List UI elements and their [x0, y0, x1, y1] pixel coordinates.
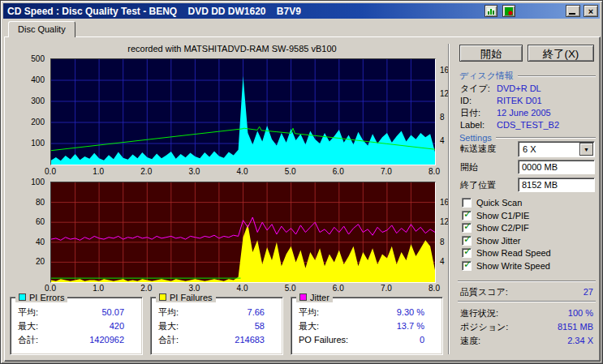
axis-tick-label: 500 — [31, 54, 45, 64]
pi-failures-stats-box: PI Failures 平均:7.66 最大:58 合計:214683 — [150, 297, 283, 355]
separator — [458, 301, 596, 302]
axis-tick-label: 8 — [440, 238, 445, 247]
jitter-stats-box: Jitter 平均:9.30 % 最大:13.7 % PO Failures:0 — [291, 297, 443, 355]
start-position-field[interactable] — [518, 160, 595, 174]
stat-label: 合計: — [18, 334, 38, 348]
speed-label: 転送速度 — [460, 143, 496, 154]
axis-tick-label: 1.0 — [93, 284, 104, 293]
sidebar: 開始 終了(X) ディスク情報 タイプ: DVD+R DL ID: RITEK … — [453, 37, 600, 361]
end-position-field[interactable] — [518, 178, 595, 192]
pi-errors-chart — [50, 58, 436, 165]
main-panel: recorded with MATSHITADVD-RAM SW-9585 vB… — [4, 36, 601, 362]
disc-icon-button[interactable] — [502, 5, 515, 17]
stat-label: 平均: — [158, 306, 179, 320]
bottom-chart-x-axis: 0.01.02.03.04.05.06.07.08.0 — [50, 284, 434, 294]
axis-tick-label: 4.0 — [237, 284, 248, 293]
stat-label: 最大: — [18, 320, 38, 334]
axis-tick-label: 400 — [31, 75, 45, 85]
exit-button[interactable]: 終了(X) — [528, 45, 594, 62]
checkbox-quick-scan[interactable]: ✓ Quick Scan — [462, 197, 522, 208]
header-rule — [496, 137, 596, 139]
progress-value: 100 % — [568, 308, 593, 319]
position-value: 8151 MB — [558, 322, 593, 332]
disc-date-row: 日付: 12 June 2005 — [460, 108, 596, 119]
axis-tick-label: 80 — [36, 198, 45, 208]
axis-tick-label: 7.0 — [381, 284, 392, 293]
stat-value: 0 — [420, 334, 424, 348]
minimize-button[interactable] — [566, 5, 580, 17]
stat-value: 50.07 — [101, 306, 124, 320]
recorded-with-label: recorded with MATSHITADVD-RAM SW-9585 vB… — [29, 44, 435, 54]
close-button[interactable]: × — [584, 5, 598, 17]
axis-tick-label: 20 — [36, 257, 45, 267]
top-chart-right-axis: 161284 — [437, 58, 454, 164]
axis-tick-label: 1.0 — [93, 167, 104, 176]
axis-tick-label: 40 — [36, 238, 45, 247]
chevron-down-icon[interactable]: ▼ — [579, 143, 593, 156]
start-button[interactable]: 開始 — [459, 45, 523, 62]
checkbox-box[interactable]: ✓ — [462, 236, 472, 246]
chart-icon — [487, 7, 495, 15]
stat-value: 7.66 — [248, 306, 265, 320]
axis-tick-label: 100 — [31, 178, 45, 187]
titlebar[interactable]: CD Speed : Disc Quality Test - BENQ DVD … — [3, 3, 600, 19]
stat-label: 合計: — [158, 334, 179, 348]
disc-label-row: Label: CDS_TEST_B2 — [460, 120, 596, 131]
header-rule — [518, 75, 596, 77]
stat-label: 平均: — [18, 306, 38, 320]
checkbox-box[interactable]: ✓ — [462, 223, 472, 233]
checkmark-icon: ✓ — [463, 259, 472, 270]
disc-id-row: ID: RITEK D01 — [460, 96, 596, 107]
checkbox-show-write-speed[interactable]: ✓ Show Write Speed — [462, 260, 550, 271]
quality-score-value: 27 — [584, 287, 593, 298]
axis-tick-label: 5.0 — [285, 284, 296, 293]
axis-tick-label: 300 — [31, 96, 45, 106]
quality-score-row: 品質スコア: 27 — [460, 287, 593, 298]
axis-tick-label: 2.0 — [140, 284, 152, 293]
checkmark-icon: ✓ — [463, 246, 472, 257]
position-row: ポジション: 8151 MB — [460, 322, 593, 333]
axis-tick-label: 8.0 — [429, 167, 440, 176]
axis-tick-label: 6.0 — [333, 284, 344, 293]
checkbox-show-jitter[interactable]: ✓ Show Jitter — [462, 235, 520, 246]
close-icon: × — [588, 7, 593, 15]
axis-tick-label: 60 — [36, 217, 45, 227]
chart-icon-button[interactable] — [485, 5, 497, 17]
end-position-label: 終了位置 — [460, 180, 496, 191]
checkbox-show-c2-pif[interactable]: ✓ Show C2/PIF — [462, 222, 529, 233]
axis-tick-label: 7.0 — [381, 167, 392, 176]
axis-tick-label: 4 — [440, 136, 445, 146]
axis-tick-label: 0.0 — [45, 167, 56, 176]
pi-errors-stats-box: PI Errors 平均:50.07 最大:420 合計:1420962 — [10, 297, 143, 355]
sidebar-divider — [448, 44, 450, 354]
app-window: CD Speed : Disc Quality Test - BENQ DVD … — [0, 0, 603, 364]
bottom-chart-right-axis: 161284 — [437, 182, 454, 281]
stat-value: 58 — [255, 320, 265, 334]
start-position-label: 開始 — [460, 162, 478, 173]
checkbox-box[interactable]: ✓ — [462, 198, 472, 208]
stat-value: 1420962 — [89, 334, 124, 348]
axis-tick-label: 3.0 — [188, 167, 200, 176]
checkbox-box[interactable]: ✓ — [462, 261, 472, 271]
jitter-title: Jitter — [310, 293, 329, 302]
checkbox-show-c1-pie[interactable]: ✓ Show C1/PIE — [462, 210, 529, 221]
checkbox-box[interactable]: ✓ — [462, 211, 472, 221]
top-chart-left-axis: 500400300200100 — [26, 58, 48, 164]
pi-failures-title: PI Failures — [170, 293, 213, 302]
speed-selected-value: 6 X — [519, 144, 536, 154]
pi-failures-swatch — [159, 293, 166, 301]
minimize-glyph — [569, 13, 575, 15]
checkmark-icon: ✓ — [463, 208, 472, 220]
speed-select[interactable]: 6 X ▼ — [518, 141, 595, 157]
progress-row: 進行状況: 100 % — [460, 308, 593, 319]
axis-tick-label: 4 — [440, 257, 445, 267]
pi-failures-plot — [51, 182, 435, 282]
checkbox-show-read-speed[interactable]: ✓ Show Read Speed — [462, 247, 551, 258]
checkbox-box[interactable]: ✓ — [462, 248, 472, 258]
axis-tick-label: 2.0 — [140, 167, 152, 176]
pi-errors-plot — [51, 59, 435, 165]
tab-disc-quality[interactable]: Disc Quality — [8, 21, 75, 37]
jitter-swatch — [299, 293, 307, 301]
stats-row: PI Errors 平均:50.07 最大:420 合計:1420962 PI … — [10, 297, 443, 355]
pi-errors-title: PI Errors — [29, 293, 64, 302]
